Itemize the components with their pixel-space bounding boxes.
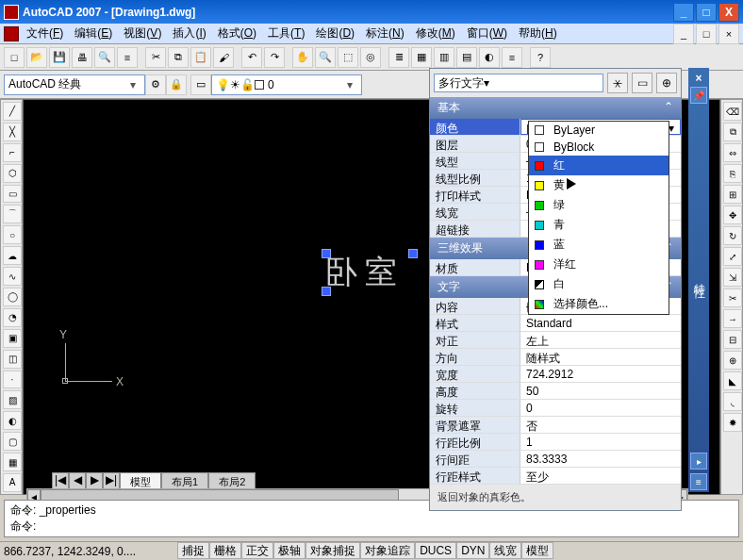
status-toggle[interactable]: 对象追踪 [360,542,415,559]
hatch-icon[interactable]: ▨ [3,390,22,409]
tp-icon[interactable]: ▥ [434,47,454,68]
menu-H[interactable]: 帮助(H) [513,25,563,41]
status-toggle[interactable]: 模型 [521,542,553,559]
gradient-icon[interactable]: ◐ [3,411,22,430]
block-icon[interactable]: ◫ [3,350,22,369]
color-option[interactable]: 绿 [529,195,669,215]
status-toggle[interactable]: DYN [456,542,489,559]
status-toggle[interactable]: 正交 [241,542,273,559]
color-option[interactable]: 白 [529,274,669,294]
preview-icon[interactable]: 🔍 [94,47,115,68]
property-row[interactable]: 行间距83.3333 [430,451,681,468]
color-option[interactable]: 青 [529,215,669,235]
dc-icon[interactable]: ▦ [411,47,432,68]
layer-combo[interactable]: 💡 ☀ 🔓 0 ▾ [211,74,362,95]
color-dropdown[interactable]: ByLayerByBlock红黄绿青蓝洋红白选择颜色... [528,121,669,315]
pickadd-icon[interactable]: ⊕ [656,73,677,93]
save-icon[interactable]: 💾 [49,47,70,68]
pan-icon[interactable]: ✋ [292,47,313,68]
zoom-icon[interactable]: 🔍 [315,47,336,68]
layer-mgr-icon[interactable]: ▭ [190,74,211,95]
stretch-icon[interactable]: ⇲ [723,268,742,287]
property-value[interactable]: 0 [520,400,681,416]
maximize-button[interactable]: □ [696,3,717,22]
ssm-icon[interactable]: ▤ [456,47,477,68]
property-value[interactable]: 724.2912 [520,366,681,382]
property-value[interactable]: Standard [520,315,681,331]
circle-icon[interactable]: ○ [3,225,22,244]
xline-icon[interactable]: ╳ [3,123,22,141]
chamfer-icon[interactable]: ◣ [723,371,742,390]
table-icon[interactable]: ▦ [3,453,22,471]
property-value[interactable]: 左上 [520,332,681,348]
grip-tr[interactable] [408,249,418,258]
menu-W[interactable]: 窗口(W) [461,25,513,41]
break-icon[interactable]: ⊟ [723,330,742,349]
palette-pin-icon[interactable]: 📌 [690,87,707,104]
property-row[interactable]: 宽度724.2912 [430,366,681,383]
status-toggle[interactable]: 对象捕捉 [305,542,360,559]
point-icon[interactable]: · [3,371,22,389]
property-row[interactable]: 样式Standard [430,315,681,332]
polygon-icon[interactable]: ⬡ [3,164,22,183]
mtext-object[interactable]: 卧室 [325,251,405,294]
plot-icon[interactable]: 🖶 [72,47,92,68]
erase-icon[interactable]: ⌫ [723,102,742,121]
match-icon[interactable]: 🖌 [213,47,234,68]
rotate-icon[interactable]: ↻ [723,226,742,245]
status-toggle[interactable]: DUCS [415,542,456,559]
markup-icon[interactable]: ◐ [479,47,500,68]
property-row[interactable]: 旋转0 [430,400,681,417]
menu-E[interactable]: 编辑(E) [69,25,118,41]
tab-nav-1[interactable]: ◀ [69,472,86,489]
rect-icon[interactable]: ▭ [3,185,22,204]
property-row[interactable]: 对正左上 [430,332,681,349]
workspace-combo[interactable]: AutoCAD 经典 ▾ [4,74,145,95]
extend-icon[interactable]: → [723,309,742,328]
scale-icon[interactable]: ⤢ [723,247,742,266]
explode-icon[interactable]: ✸ [723,413,742,432]
property-value[interactable]: 至少 [520,468,681,484]
mdi-min-button[interactable]: _ [673,24,694,44]
color-option[interactable]: ByBlock [529,139,669,156]
palette-sidebar[interactable]: × 📌 特性 ▸ ≡ [688,68,709,492]
color-option[interactable]: 洋红 [529,255,669,274]
mirror-icon[interactable]: ⇔ [723,143,742,162]
ellipse-icon[interactable]: ◯ [3,288,22,306]
tab-nav-2[interactable]: ▶ [86,472,103,489]
arc-icon[interactable]: ⌒ [3,205,22,223]
zoomwin-icon[interactable]: ⬚ [338,47,358,68]
palette-close-icon[interactable]: × [695,72,702,85]
new-icon[interactable]: □ [4,47,25,68]
quickselect-icon[interactable]: ⚹ [607,73,628,93]
region-icon[interactable]: ▢ [3,432,22,451]
offset-icon[interactable]: ⎘ [723,164,742,183]
property-value[interactable]: 随样式 [520,349,681,365]
revcloud-icon[interactable]: ☁ [3,246,22,265]
minimize-button[interactable]: _ [673,3,694,22]
property-value[interactable]: 50 [520,383,681,399]
menu-I[interactable]: 插入(I) [167,25,211,41]
tab-nav-3[interactable]: ▶| [103,472,120,489]
menu-T[interactable]: 工具(T) [262,25,310,41]
color-option[interactable]: ByLayer [529,122,669,139]
palette-autohide-icon[interactable]: ▸ [690,453,707,469]
props-icon[interactable]: ≣ [388,47,409,68]
property-row[interactable]: 背景遮罩否 [430,417,681,434]
menu-D[interactable]: 绘图(D) [310,25,360,41]
calc-icon[interactable]: ≡ [502,47,522,68]
trim-icon[interactable]: ✂ [723,288,742,307]
color-option[interactable]: 选择颜色... [529,294,669,314]
property-row[interactable]: 行距比例1 [430,434,681,451]
color-option[interactable]: 蓝 [529,235,669,255]
paste-icon[interactable]: 📋 [190,47,211,68]
object-type-combo[interactable]: 多行文字 ▾ [434,74,603,92]
menu-F[interactable]: 文件(F) [21,25,69,41]
menu-V[interactable]: 视图(V) [118,25,167,41]
copy-icon[interactable]: ⧉ [168,47,189,68]
section-header[interactable]: 基本⌃ [430,97,681,119]
ws-lock-icon[interactable]: 🔒 [166,74,187,95]
mdi-max-button[interactable]: □ [696,24,717,44]
status-toggle[interactable]: 线宽 [489,542,521,559]
status-toggle[interactable]: 捕捉 [177,542,209,559]
